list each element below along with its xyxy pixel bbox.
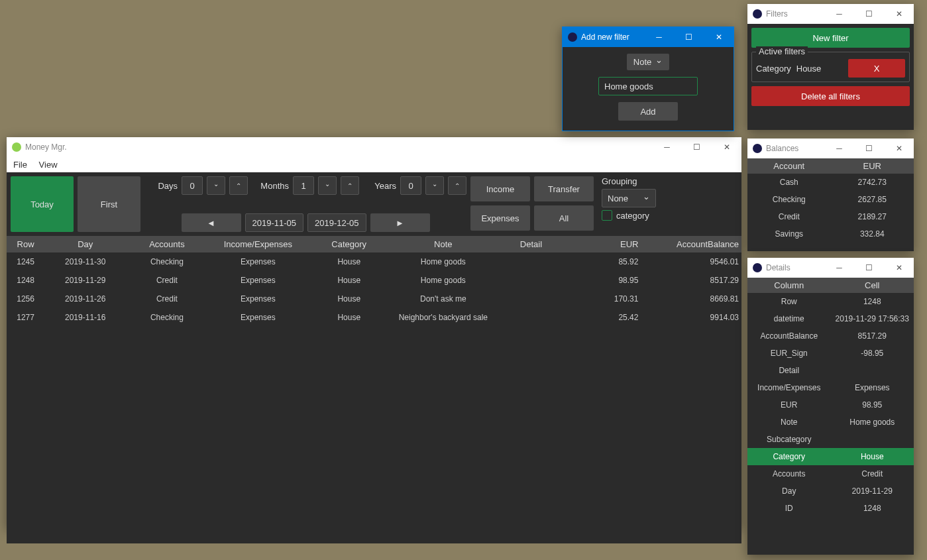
maximize-button[interactable]: ☐ bbox=[682, 137, 712, 157]
filter-field-select[interactable]: Note bbox=[627, 54, 669, 70]
filters-titlebar[interactable]: Filters ─ ☐ ✕ bbox=[747, 4, 914, 24]
main-window: Money Mgr. ─ ☐ ✕ File View Today First D… bbox=[7, 137, 741, 528]
today-button[interactable]: Today bbox=[11, 176, 74, 232]
detail-row[interactable]: datetime2019-11-29 17:56:33 bbox=[747, 310, 914, 327]
table-row[interactable]: 12562019-11-26CreditExpensesHouseDon't a… bbox=[7, 290, 741, 308]
col-eur[interactable]: EUR bbox=[566, 238, 641, 251]
prev-period-button[interactable]: ◄ bbox=[182, 213, 241, 232]
col-category[interactable]: Category bbox=[308, 238, 390, 251]
transfer-button[interactable]: Transfer bbox=[534, 176, 594, 201]
col-accounts[interactable]: Accounts bbox=[126, 238, 207, 251]
new-filter-button[interactable]: New filter bbox=[751, 28, 910, 48]
add-filter-titlebar[interactable]: Add new filter ─ ☐ ✕ bbox=[563, 27, 734, 47]
active-filters-group: Active filters Category House X bbox=[751, 52, 910, 82]
minimize-button[interactable]: ─ bbox=[824, 139, 854, 158]
next-period-button[interactable]: ► bbox=[370, 213, 430, 232]
minimize-button[interactable]: ─ bbox=[652, 137, 682, 157]
col-balance[interactable]: AccountBalance bbox=[641, 238, 741, 251]
table-row[interactable]: 12452019-11-30CheckingExpensesHouseHome … bbox=[7, 252, 741, 271]
minimize-button[interactable]: ─ bbox=[644, 27, 674, 47]
days-down-icon[interactable] bbox=[207, 176, 225, 195]
close-button[interactable]: ✕ bbox=[712, 137, 741, 157]
main-title: Money Mgr. bbox=[25, 142, 67, 152]
table-row[interactable]: 12482019-11-29CreditExpensesHouseHome go… bbox=[7, 271, 741, 290]
balances-col-account[interactable]: Account bbox=[747, 158, 831, 174]
first-button[interactable]: First bbox=[78, 176, 140, 232]
detail-row[interactable]: Detail bbox=[747, 362, 914, 379]
add-filter-dialog: Add new filter ─ ☐ ✕ Note Add bbox=[562, 27, 734, 131]
months-down-icon[interactable] bbox=[318, 176, 337, 195]
balances-col-eur[interactable]: EUR bbox=[831, 158, 914, 174]
details-col-cell[interactable]: Cell bbox=[831, 278, 914, 293]
app-icon bbox=[753, 144, 762, 153]
detail-row[interactable]: EUR98.95 bbox=[747, 396, 914, 414]
date-from[interactable]: 2019-11-05 bbox=[245, 213, 304, 232]
active-filter-key: Category bbox=[756, 64, 791, 74]
col-row[interactable]: Row bbox=[7, 238, 44, 251]
main-titlebar[interactable]: Money Mgr. ─ ☐ ✕ bbox=[7, 137, 741, 157]
details-header: Column Cell bbox=[747, 278, 914, 293]
balance-row[interactable]: Credit2189.27 bbox=[747, 208, 914, 225]
close-button[interactable]: ✕ bbox=[884, 258, 914, 278]
detail-row[interactable]: EUR_Sign-98.95 bbox=[747, 345, 914, 362]
minimize-button[interactable]: ─ bbox=[824, 258, 854, 278]
years-value[interactable]: 0 bbox=[400, 176, 421, 195]
years-down-icon[interactable] bbox=[425, 176, 444, 195]
remove-filter-button[interactable]: X bbox=[848, 59, 905, 78]
detail-row[interactable]: NoteHome goods bbox=[747, 414, 914, 431]
menu-view[interactable]: View bbox=[39, 160, 58, 170]
delete-all-filters-button[interactable]: Delete all filters bbox=[751, 86, 910, 106]
add-filter-title: Add new filter bbox=[581, 32, 629, 42]
menu-file[interactable]: File bbox=[13, 160, 27, 170]
details-col-column[interactable]: Column bbox=[747, 278, 831, 293]
grouping-value: None bbox=[608, 194, 628, 203]
chevron-down-icon bbox=[655, 57, 663, 67]
days-value[interactable]: 0 bbox=[182, 176, 203, 195]
balance-row[interactable]: Checking2627.85 bbox=[747, 191, 914, 208]
maximize-button[interactable]: ☐ bbox=[854, 258, 884, 278]
col-detail[interactable]: Detail bbox=[496, 238, 565, 251]
balance-row[interactable]: Cash2742.73 bbox=[747, 174, 914, 191]
months-label: Months bbox=[252, 181, 289, 191]
grouping-select[interactable]: None bbox=[602, 189, 656, 207]
maximize-button[interactable]: ☐ bbox=[674, 27, 704, 47]
expenses-button[interactable]: Expenses bbox=[470, 205, 530, 231]
close-button[interactable]: ✕ bbox=[884, 4, 914, 24]
date-to[interactable]: 2019-12-05 bbox=[307, 213, 366, 232]
detail-row[interactable]: Income/ExpensesExpenses bbox=[747, 379, 914, 396]
detail-row[interactable]: Row1248 bbox=[747, 293, 914, 310]
detail-row[interactable]: Day2019-11-29 bbox=[747, 482, 914, 500]
detail-row[interactable]: AccountBalance8517.29 bbox=[747, 327, 914, 345]
detail-row[interactable]: AccountsCredit bbox=[747, 465, 914, 482]
add-button[interactable]: Add bbox=[618, 102, 678, 121]
months-value[interactable]: 1 bbox=[293, 176, 314, 195]
days-label: Days bbox=[144, 181, 178, 191]
col-note[interactable]: Note bbox=[390, 238, 496, 251]
balances-header: Account EUR bbox=[747, 158, 914, 174]
filter-value-input[interactable] bbox=[598, 77, 698, 95]
balances-title: Balances bbox=[766, 144, 798, 153]
balance-row[interactable]: Savings332.84 bbox=[747, 225, 914, 243]
income-button[interactable]: Income bbox=[470, 176, 530, 201]
col-day[interactable]: Day bbox=[44, 238, 126, 251]
days-up-icon[interactable]: ⌃ bbox=[229, 176, 248, 195]
close-button[interactable]: ✕ bbox=[884, 139, 914, 158]
years-up-icon[interactable]: ⌃ bbox=[448, 176, 466, 195]
detail-row[interactable]: CategoryHouse bbox=[747, 448, 914, 465]
close-button[interactable]: ✕ bbox=[704, 27, 734, 47]
category-check-label: category bbox=[616, 211, 649, 221]
detail-row[interactable]: Subcategory bbox=[747, 431, 914, 448]
table-row[interactable]: 12772019-11-16CheckingExpensesHouseNeigh… bbox=[7, 308, 741, 327]
detail-row[interactable]: ID1248 bbox=[747, 500, 914, 517]
minimize-button[interactable]: ─ bbox=[824, 4, 854, 24]
menubar: File View bbox=[7, 157, 741, 172]
category-checkbox[interactable] bbox=[602, 210, 612, 221]
months-up-icon[interactable]: ⌃ bbox=[341, 176, 359, 195]
balances-titlebar[interactable]: Balances ─ ☐ ✕ bbox=[747, 139, 914, 158]
details-titlebar[interactable]: Details ─ ☐ ✕ bbox=[747, 258, 914, 278]
col-ie[interactable]: Income/Expenses bbox=[208, 238, 309, 251]
all-button[interactable]: All bbox=[534, 205, 594, 231]
details-title: Details bbox=[766, 263, 791, 272]
maximize-button[interactable]: ☐ bbox=[854, 4, 884, 24]
maximize-button[interactable]: ☐ bbox=[854, 139, 884, 158]
